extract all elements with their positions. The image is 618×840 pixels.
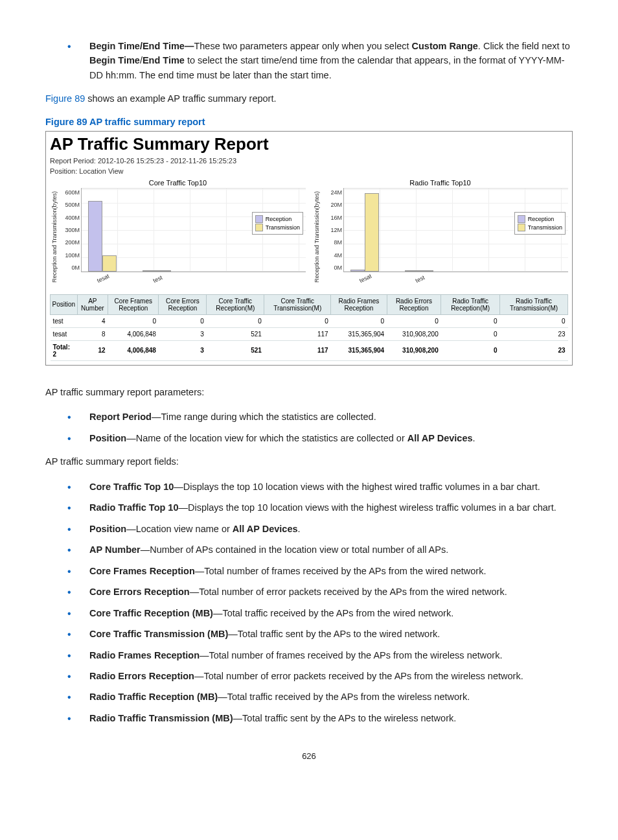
swatch-transmission-icon	[518, 224, 525, 231]
cell-value: 0	[159, 314, 207, 327]
bullet-begin-end: Begin Time/End Time—These two parameters…	[65, 39, 573, 82]
cell-value: 315,365,904	[331, 340, 387, 360]
report-period: Report Period: 2012-10-26 15:25:23 - 201…	[50, 157, 568, 165]
term: Radio Traffic Top 10	[89, 502, 179, 513]
y-ticks: 600M 500M 400M 300M 200M 100M 0M	[59, 188, 81, 285]
cell-value: 117	[264, 340, 331, 360]
cell-value: 0	[331, 314, 387, 327]
list-item: Radio Frames Reception—Total number of f…	[65, 648, 573, 662]
term: Core Frames Reception	[89, 566, 195, 576]
table-header: Core Frames Reception	[108, 294, 159, 314]
term: Core Errors Reception	[89, 587, 190, 597]
table-header: AP Number	[77, 294, 108, 314]
summary-table: PositionAP NumberCore Frames ReceptionCo…	[50, 294, 568, 361]
cell-value: 12	[77, 340, 108, 360]
term: Position	[89, 524, 126, 534]
term: Begin Time/End Time—	[89, 41, 194, 51]
table-header: Radio Traffic Reception(M)	[441, 294, 500, 314]
bar-reception	[405, 270, 419, 272]
figure-ref: Figure 89 shows an example AP traffic su…	[45, 91, 573, 106]
bar-reception	[88, 201, 102, 272]
cell-value: 0	[108, 314, 159, 327]
table-row-total: Total: 2124,006,8483521117315,365,904310…	[51, 340, 568, 360]
cell-value: 0	[441, 340, 500, 360]
bar-transmission	[102, 255, 117, 272]
cell-value: 0	[441, 314, 500, 327]
figure-caption: Figure 89 AP traffic summary report	[45, 117, 573, 127]
term: Radio Frames Reception	[89, 650, 200, 660]
cell-position: tesat	[51, 327, 78, 340]
table-header: Radio Errors Reception	[387, 294, 441, 314]
chart-radio-traffic: Radio Traffic Top10 Reception and Transm…	[312, 176, 568, 285]
list-item: Core Traffic Transmission (MB)—Total tra…	[65, 627, 573, 641]
page-number: 626	[45, 751, 573, 761]
term: Core Traffic Top 10	[89, 482, 174, 492]
bar-reception	[350, 270, 365, 272]
y-ticks: 24M 20M 16M 12M 8M 4M 0M	[321, 188, 343, 285]
bar-transmission	[157, 270, 171, 272]
term: Core Traffic Reception (MB)	[89, 608, 213, 618]
list-item: Report Period—Time range during which th…	[65, 410, 573, 424]
table-header: Radio Frames Reception	[331, 294, 387, 314]
table-header: Core Errors Reception	[159, 294, 207, 314]
cell-value: 521	[207, 340, 264, 360]
cell-value: 315,365,904	[331, 327, 387, 340]
cell-position: test	[51, 314, 78, 327]
term: Radio Errors Reception	[89, 671, 194, 681]
cell-value: 0	[500, 314, 568, 327]
cell-value: 23	[500, 327, 568, 340]
swatch-reception-icon	[255, 215, 263, 223]
report-position: Position: Location View	[50, 167, 568, 175]
figure-link[interactable]: Figure 89	[45, 93, 85, 104]
list-item: Core Traffic Reception (MB)—Total traffi…	[65, 606, 573, 620]
list-item: Radio Traffic Top 10—Displays the top 10…	[65, 500, 573, 515]
cell-value: 310,908,200	[387, 327, 441, 340]
cell-value: 0	[387, 314, 441, 327]
bar-transmission	[365, 193, 379, 272]
term: Core Traffic Transmission (MB)	[89, 629, 228, 639]
list-item: Radio Traffic Reception (MB)—Total traff…	[65, 690, 573, 704]
cell-value: 4,006,848	[108, 340, 159, 360]
term: Position	[89, 433, 126, 443]
bar-group: test	[405, 270, 433, 272]
cell-value: 4	[77, 314, 108, 327]
term: Radio Traffic Reception (MB)	[89, 692, 218, 702]
table-header: Radio Traffic Transmission(M)	[500, 294, 568, 314]
swatch-transmission-icon	[255, 224, 263, 231]
list-item: Position—Name of the location view for w…	[65, 431, 573, 445]
cell-value: 3	[159, 340, 207, 360]
table-header: Position	[51, 294, 78, 314]
cell-value: 8	[77, 327, 108, 340]
list-item: AP Number—Number of APs contained in the…	[65, 542, 573, 557]
legend: Reception Transmission	[514, 212, 566, 235]
term: AP Number	[89, 544, 141, 555]
legend: Reception Transmission	[252, 212, 303, 235]
bar-xlabel: tesat	[96, 273, 110, 284]
list-item: Core Frames Reception—Total number of fr…	[65, 564, 573, 578]
cell-total-label: Total: 2	[51, 340, 78, 360]
table-row: test400000000	[51, 314, 568, 327]
bar-group: test	[143, 270, 171, 272]
term: Radio Traffic Transmission (MB)	[89, 713, 233, 723]
cell-value: 3	[159, 327, 207, 340]
cell-value: 310,908,200	[387, 340, 441, 360]
chart-core-traffic: Core Traffic Top10 Reception and Transmi…	[50, 176, 306, 285]
param-list: Report Period—Time range during which th…	[45, 410, 573, 445]
cell-value: 0	[264, 314, 331, 327]
report-figure: AP Traffic Summary Report Report Period:…	[45, 131, 573, 366]
fields-intro: AP traffic summary report fields:	[45, 454, 573, 469]
table-header: Core Traffic Transmission(M)	[264, 294, 331, 314]
bar-group: tesat	[88, 201, 117, 272]
report-title: AP Traffic Summary Report	[50, 134, 568, 154]
cell-value: 0	[207, 314, 264, 327]
cell-value: 23	[500, 340, 568, 360]
params-intro: AP traffic summary report parameters:	[45, 385, 573, 399]
swatch-reception-icon	[518, 215, 525, 223]
bar-reception	[143, 270, 157, 272]
cell-value: 521	[207, 327, 264, 340]
list-item: Core Traffic Top 10—Displays the top 10 …	[65, 480, 573, 494]
bar-xlabel: tesat	[358, 273, 372, 284]
cell-value: 117	[264, 327, 331, 340]
list-item: Radio Errors Reception—Total number of e…	[65, 669, 573, 683]
table-row: tesat84,006,8483521117315,365,904310,908…	[51, 327, 568, 340]
